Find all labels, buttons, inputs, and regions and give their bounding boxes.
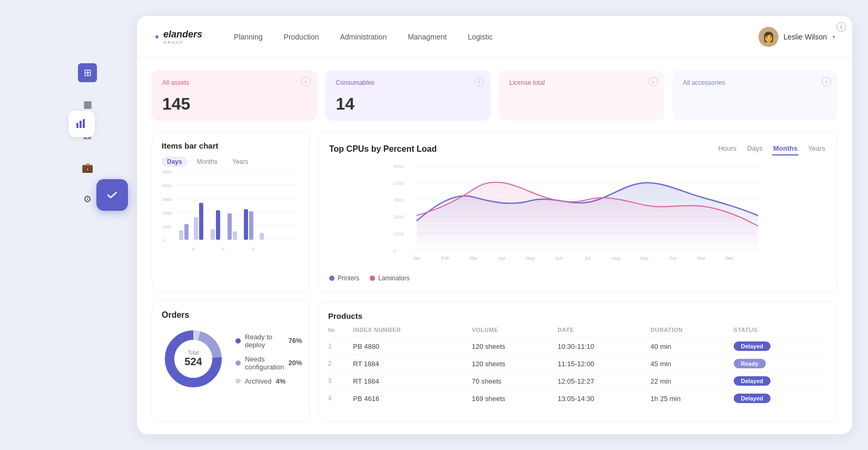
donut-total-value: 524 bbox=[184, 356, 202, 368]
nav-user[interactable]: 👩 Leslie Wilson ▾ bbox=[758, 27, 835, 47]
status-badge: Delayed bbox=[734, 376, 771, 386]
table-row: 1 PB 4880 120 sheets 10:30-11:10 40 min … bbox=[328, 338, 827, 355]
nav-planning[interactable]: Planning bbox=[234, 33, 263, 41]
cpu-chart-svg: 6500 5200 3900 2600 1300 0 bbox=[329, 163, 826, 268]
cell-date: 11:15-12:00 bbox=[558, 355, 650, 373]
cell-duration: 1h 25 min bbox=[650, 390, 734, 407]
bar-chart-title: Items bar chart bbox=[162, 141, 219, 150]
svg-text:Jan: Jan bbox=[413, 256, 421, 261]
col-date: DATE bbox=[558, 327, 650, 338]
left-panel: Items bar chart i Days Months Years 6500… bbox=[152, 131, 310, 422]
cell-num: 1 bbox=[328, 338, 353, 355]
cpu-legend-label-printers: Printers bbox=[338, 275, 359, 282]
status-badge: Delayed bbox=[734, 394, 771, 403]
legend-dot-archived bbox=[235, 378, 241, 384]
middle-row: Items bar chart i Days Months Years 6500… bbox=[152, 131, 837, 422]
svg-text:Mar: Mar bbox=[469, 256, 478, 261]
logo: ✦ elanders GROUP bbox=[154, 29, 202, 45]
nav-logistic[interactable]: Logistic bbox=[468, 33, 492, 41]
tab-years[interactable]: Years bbox=[227, 156, 253, 167]
right-panel: Top CPUs by Percent Load Hours Days Mont… bbox=[318, 131, 837, 422]
bar-chart-card: Items bar chart i Days Months Years 6500… bbox=[152, 131, 310, 292]
tab-days[interactable]: Days bbox=[162, 156, 188, 167]
svg-rect-23 bbox=[244, 209, 248, 240]
cpu-chart-card: Top CPUs by Percent Load Hours Days Mont… bbox=[318, 131, 837, 293]
svg-rect-18 bbox=[199, 203, 203, 240]
cell-volume: 169 sheets bbox=[472, 390, 558, 407]
status-badge: Delayed bbox=[734, 341, 771, 351]
nav-managment[interactable]: Managment bbox=[408, 33, 447, 41]
legend-label-ready: Ready to deploy bbox=[245, 333, 284, 349]
sidebar-icon-briefcase[interactable]: 💼 bbox=[78, 158, 97, 177]
cpu-header: Top CPUs by Percent Load Hours Days Mont… bbox=[329, 142, 826, 155]
sidebar-icon-gear[interactable]: ⚙ bbox=[78, 190, 97, 209]
float-card-chart bbox=[68, 111, 95, 137]
table-row: 4 PB 4616 169 sheets 13:05-14:30 1h 25 m… bbox=[328, 390, 827, 407]
sidebar-icon-grid[interactable]: ⊞ bbox=[78, 63, 97, 82]
svg-rect-16 bbox=[184, 224, 189, 240]
svg-text:F: F bbox=[193, 247, 195, 251]
cpu-tab-hours[interactable]: Hours bbox=[717, 142, 738, 155]
svg-rect-0 bbox=[76, 123, 78, 128]
svg-text:6500: 6500 bbox=[162, 170, 172, 174]
svg-rect-15 bbox=[179, 230, 183, 240]
cpu-tab-years[interactable]: Years bbox=[807, 142, 826, 155]
main-container: ✦ elanders GROUP Planning Production Adm… bbox=[137, 16, 852, 434]
legend-archived: Archived 4% bbox=[235, 377, 302, 385]
info-icon-1[interactable]: i bbox=[475, 77, 484, 86]
cell-status: Delayed bbox=[734, 373, 827, 390]
cell-status: Ready bbox=[734, 355, 827, 373]
navbar: ✦ elanders GROUP Planning Production Adm… bbox=[137, 16, 852, 58]
legend-ready: Ready to deploy 76% bbox=[235, 333, 302, 349]
cell-index: PB 4616 bbox=[353, 390, 471, 407]
cell-index: PB 4880 bbox=[353, 338, 471, 355]
svg-text:2600: 2600 bbox=[162, 211, 172, 216]
stat-license-label: License total bbox=[509, 79, 654, 86]
cpu-tab-months[interactable]: Months bbox=[772, 142, 798, 155]
tab-months[interactable]: Months bbox=[192, 156, 223, 167]
cpu-tab-days[interactable]: Days bbox=[746, 142, 764, 155]
svg-rect-22 bbox=[233, 231, 237, 240]
legend-label-archived: Archived bbox=[245, 377, 272, 385]
logo-sub: GROUP bbox=[163, 40, 202, 45]
info-icon-0[interactable]: i bbox=[301, 77, 311, 86]
stat-all-assets-label: All assets bbox=[162, 79, 307, 86]
cell-index: RT 1884 bbox=[353, 373, 471, 390]
svg-text:Aug: Aug bbox=[611, 256, 620, 261]
svg-text:Sep: Sep bbox=[640, 256, 648, 261]
orders-title: Orders bbox=[162, 310, 189, 320]
svg-text:5200: 5200 bbox=[393, 181, 404, 186]
cell-date: 12:05-12:27 bbox=[558, 373, 650, 390]
donut-total-label: Total bbox=[184, 350, 202, 356]
svg-text:May: May bbox=[526, 256, 535, 261]
svg-rect-21 bbox=[228, 213, 232, 240]
cell-index: RT 1884 bbox=[353, 355, 471, 373]
legend-dot-ready bbox=[235, 338, 241, 344]
cell-date: 13:05-14:30 bbox=[558, 390, 650, 407]
cell-volume: 120 sheets bbox=[472, 338, 558, 355]
user-name: Leslie Wilson bbox=[784, 33, 827, 41]
nav-production[interactable]: Production bbox=[284, 33, 319, 41]
orders-card: Orders i bbox=[152, 300, 310, 422]
cell-status: Delayed bbox=[734, 390, 827, 407]
orders-legend: Ready to deploy 76% Needs configuration … bbox=[235, 333, 302, 385]
products-table: № INDEX NUMBER VOLUME DATE DURATION STAT… bbox=[328, 327, 827, 407]
col-duration: DURATION bbox=[650, 327, 734, 338]
cell-num: 2 bbox=[328, 355, 353, 373]
stat-license: License total i bbox=[499, 71, 664, 121]
info-icon-3[interactable]: i bbox=[822, 77, 831, 86]
stat-consumables-value: 14 bbox=[336, 95, 480, 112]
stat-accessories: All accessories i bbox=[673, 71, 838, 121]
products-title: Products bbox=[328, 311, 362, 320]
cell-num: 3 bbox=[328, 373, 353, 390]
legend-config: Needs configuration 20% bbox=[235, 355, 302, 371]
svg-text:Jul: Jul bbox=[584, 256, 590, 261]
svg-text:Dec: Dec bbox=[725, 256, 734, 261]
svg-text:1300: 1300 bbox=[162, 224, 172, 229]
svg-rect-24 bbox=[249, 211, 253, 240]
cell-num: 4 bbox=[328, 390, 353, 407]
svg-text:5200: 5200 bbox=[162, 183, 172, 188]
nav-administration[interactable]: Administration bbox=[340, 33, 387, 41]
cell-duration: 45 min bbox=[650, 355, 734, 373]
info-icon-2[interactable]: i bbox=[648, 77, 658, 86]
